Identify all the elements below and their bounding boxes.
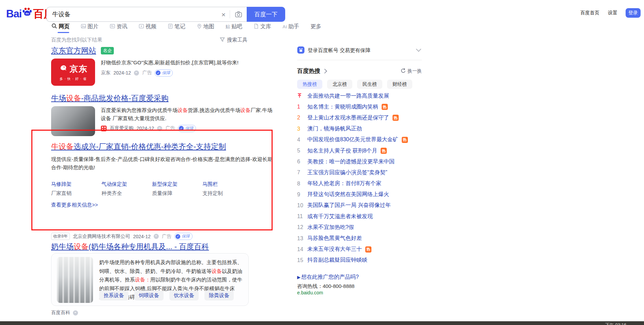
hot-item-link[interactable]: 抖音副总裁疑回应钟睒睒 (307, 257, 367, 264)
hot-item-link[interactable]: 水果不宜加热吃?假 (307, 224, 354, 231)
tag-button[interactable]: 除粪设备 (204, 291, 234, 300)
jd-logo-thumbnail[interactable]: 京东 多 · 快 · 好 · 省 (51, 59, 95, 86)
feedback-icon[interactable] (134, 70, 139, 76)
tab-video[interactable]: 视频 (139, 23, 156, 33)
hot-item-link[interactable]: 拜登这句话突然在美国网络上爆火 (307, 191, 389, 198)
promotion-url[interactable]: e.baidu.com (297, 290, 323, 295)
ad-label: 广告 (142, 70, 152, 76)
feedback-icon[interactable] (157, 126, 162, 131)
search-input[interactable] (47, 11, 217, 18)
tab-ai-assistant[interactable]: Ai 助手 (282, 23, 299, 33)
tag-button[interactable]: 饮水设备 (169, 291, 199, 300)
hot-search-tabs: 热搜榜 北京榜 民生榜 财经榜 (297, 80, 422, 89)
product-card[interactable]: 气动保定架 种类齐全 (102, 175, 138, 197)
tab-tieba[interactable]: 贴 贴吧 (226, 23, 242, 33)
hot-item[interactable]: 7王宝强方回应骗小演员签“卖身契” (297, 167, 422, 178)
camera-search-icon[interactable] (230, 11, 247, 18)
tab-notes[interactable]: 笔记 (168, 23, 185, 33)
hot-item-link[interactable]: 王宝强方回应骗小演员签“卖身契” (307, 169, 387, 176)
hot-item[interactable]: 9拜登这句话突然在美国网络上爆火 (297, 189, 422, 200)
hot-item[interactable]: 6美教授：唯一的遗憾是没更早来中国 (297, 156, 422, 167)
hot-item[interactable]: 5知名主持人黄子佼 获刑8个月热 (297, 145, 422, 156)
hot-item[interactable]: 15抖音副总裁疑回应钟睒睒 (297, 255, 422, 266)
chevron-right-icon[interactable] (322, 68, 327, 73)
result-date: 2024-12 (137, 126, 154, 131)
login-banner[interactable]: 登录百度帐号 交易更有保障 (297, 46, 422, 55)
product-title[interactable]: 马围栏 (202, 181, 239, 188)
hot-tab-finance[interactable]: 财经榜 (387, 80, 412, 89)
product-card[interactable]: 马围栏 支持定制 (202, 175, 239, 197)
hot-item[interactable]: 4中国发现价值830亿美元世界最大金矿热 (297, 134, 422, 145)
hot-item-link[interactable]: 或有千万艾滋患者未被发现 (307, 213, 373, 220)
baike-card[interactable]: 奶牛场使用的各种专用机具及内部设施的总称。主要包括拴系、饲喂、饮水、除粪、挤奶、… (51, 253, 249, 306)
promotion-block: ▶ 想在此推广您的产品吗? 咨询热线：400-800-8888 e.baidu.… (297, 274, 359, 296)
tab-maps[interactable]: 地图 (197, 23, 214, 33)
tag-button[interactable]: 拴系设备 (99, 291, 128, 300)
product-title[interactable]: 气动保定架 (102, 181, 138, 188)
hot-item-link[interactable]: 美国队赢了国乒一局 兴奋得像过年 (307, 202, 390, 209)
hot-item[interactable]: 2登上黄山才发现水墨画还是保守了热 (297, 112, 422, 123)
famous-enterprise-badge[interactable]: 名企 (101, 47, 114, 54)
product-card[interactable]: 马修蹄架 厂家直销 (51, 175, 88, 197)
hot-item[interactable]: 14未来五年没有大年三十热 (297, 244, 422, 255)
search-tools-button[interactable]: 搜索工具 (220, 37, 247, 43)
hot-tab-trending[interactable]: 热搜榜 (297, 80, 322, 89)
guarantee-badge: ✓ 保障 (155, 69, 173, 77)
hot-item-link[interactable]: 知名博主：黄晓明成圈内笑柄 (307, 103, 378, 111)
hot-item-link[interactable]: 未来五年没有大年三十 (307, 246, 362, 253)
baike-thumbnail-milking-parlor[interactable] (57, 257, 93, 303)
product-subtitle: 厂家直销 (51, 190, 88, 197)
hot-item-link[interactable]: 登上黄山才发现水墨画还是保守了 (307, 114, 389, 121)
product-title[interactable]: 新型保定架 (152, 181, 188, 188)
tab-webpage[interactable]: 网页 (51, 23, 70, 33)
hot-item-link[interactable]: 全面推动共建一带一路高质量发展 (307, 93, 389, 100)
shield-paw-icon (297, 46, 305, 55)
hot-item-link[interactable]: 中国发现价值830亿美元世界最大金矿 (307, 136, 398, 143)
result-title-link[interactable]: 奶牛场设备(奶牛场各种专用机具及... - 百度百科 (51, 242, 209, 251)
hot-search-title[interactable]: 百度热搜 (297, 67, 320, 75)
product-thumbnails: 马修蹄架 厂家直销 气动保定架 种类齐全 新型保定架 质量保障 马围栏 支持定制 (51, 175, 276, 197)
see-more-link[interactable]: 查看更多相关信息>> (51, 202, 98, 208)
product-card[interactable]: 新型保定架 质量保障 (152, 175, 188, 197)
baidu-home-link[interactable]: 百度首页 (580, 10, 599, 16)
feedback-icon[interactable] (154, 234, 159, 239)
feedback-icon[interactable] (73, 310, 78, 315)
login-button[interactable]: 登录 (626, 8, 641, 18)
hot-tab-livelihood[interactable]: 民生榜 (357, 80, 382, 89)
tab-wenku[interactable]: 文库 (254, 23, 271, 33)
result-title-link[interactable]: 牛设备选成兴-厂家直销-价格优惠-种类齐全-支持定制 (51, 142, 226, 151)
tab-news[interactable]: 资讯 (110, 23, 127, 33)
hot-item-link[interactable]: 知名主持人黄子佼 获刑8个月 (307, 147, 377, 155)
product-title[interactable]: 马修蹄架 (51, 181, 88, 188)
hot-tab-beijing[interactable]: 北京榜 (327, 80, 352, 89)
chevron-down-icon[interactable] (416, 47, 421, 52)
settings-link[interactable]: 设置 (608, 10, 617, 16)
tab-more[interactable]: 更多 (310, 23, 321, 33)
hot-item-link[interactable]: 澳门，镜海扬帆风正劲 (307, 125, 362, 132)
taskbar[interactable]: 下午 03:16 (0, 321, 644, 325)
hot-item[interactable]: 10美国队赢了国乒一局 兴奋得像过年 (297, 200, 422, 211)
search-box[interactable]: × (46, 7, 247, 22)
hot-item[interactable]: 12水果不宜加热吃?假 (297, 222, 422, 233)
hot-item[interactable]: 8年轻人抢老房：首付8万有个家 (297, 178, 422, 189)
hot-item[interactable]: 1知名博主：黄晓明成圈内笑柄热 (297, 101, 422, 112)
hot-item-top[interactable]: 全面推动共建一带一路高质量发展 (297, 91, 422, 101)
promotion-hotline: 咨询热线：400-800-8888 (297, 283, 359, 290)
hot-item-link[interactable]: 马苏脸色黑黄气色好差 (307, 235, 362, 242)
promotion-link[interactable]: ▶ 想在此推广您的产品吗? (297, 274, 359, 281)
clear-search-icon[interactable]: × (217, 11, 230, 18)
ad-label: 广告 (162, 233, 171, 240)
tab-images[interactable]: 图片 (81, 23, 98, 33)
guarantee-badge: ✓ 保障 (178, 125, 196, 132)
result-thumbnail-machine[interactable] (51, 106, 95, 136)
hot-item-link[interactable]: 年轻人抢老房：首付8万有个家 (307, 180, 381, 187)
hot-item-link[interactable]: 美教授：唯一的遗憾是没更早来中国 (307, 158, 395, 165)
result-title-link[interactable]: 牛场设备-商品批发价格-百度爱采购 (51, 94, 169, 102)
search-button[interactable]: 百度一下 (247, 7, 285, 22)
result-title-link[interactable]: 京东官方网站 (51, 46, 96, 55)
tag-button[interactable]: 饲喂设备 (134, 291, 164, 300)
refresh-button[interactable]: 换一换 (401, 68, 422, 74)
hot-item[interactable]: 11或有千万艾滋患者未被发现 (297, 211, 422, 222)
hot-item[interactable]: 13马苏脸色黑黄气色好差 (297, 233, 422, 244)
hot-item[interactable]: 3澳门，镜海扬帆风正劲 (297, 124, 422, 134)
